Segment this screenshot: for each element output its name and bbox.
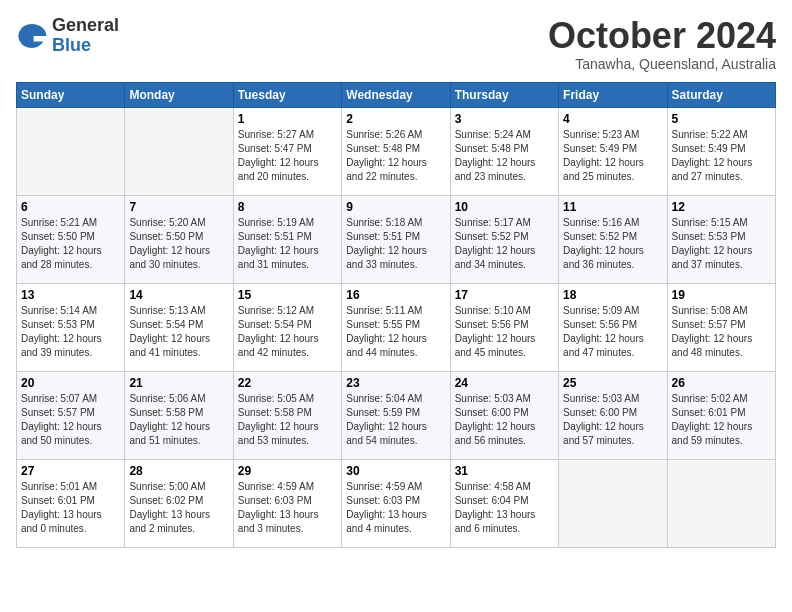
day-number: 5 bbox=[672, 112, 771, 126]
day-number: 31 bbox=[455, 464, 554, 478]
calendar-cell: 26Sunrise: 5:02 AMSunset: 6:01 PMDayligh… bbox=[667, 371, 775, 459]
day-number: 18 bbox=[563, 288, 662, 302]
day-info: Sunrise: 5:22 AMSunset: 5:49 PMDaylight:… bbox=[672, 128, 771, 184]
calendar-cell: 27Sunrise: 5:01 AMSunset: 6:01 PMDayligh… bbox=[17, 459, 125, 547]
day-info: Sunrise: 5:21 AMSunset: 5:50 PMDaylight:… bbox=[21, 216, 120, 272]
calendar-cell: 22Sunrise: 5:05 AMSunset: 5:58 PMDayligh… bbox=[233, 371, 341, 459]
day-number: 9 bbox=[346, 200, 445, 214]
calendar-cell: 6Sunrise: 5:21 AMSunset: 5:50 PMDaylight… bbox=[17, 195, 125, 283]
day-info: Sunrise: 5:27 AMSunset: 5:47 PMDaylight:… bbox=[238, 128, 337, 184]
calendar-week-row: 1Sunrise: 5:27 AMSunset: 5:47 PMDaylight… bbox=[17, 107, 776, 195]
day-number: 17 bbox=[455, 288, 554, 302]
calendar-cell bbox=[559, 459, 667, 547]
calendar-cell bbox=[17, 107, 125, 195]
day-info: Sunrise: 5:02 AMSunset: 6:01 PMDaylight:… bbox=[672, 392, 771, 448]
day-number: 13 bbox=[21, 288, 120, 302]
calendar-cell: 14Sunrise: 5:13 AMSunset: 5:54 PMDayligh… bbox=[125, 283, 233, 371]
calendar-cell: 28Sunrise: 5:00 AMSunset: 6:02 PMDayligh… bbox=[125, 459, 233, 547]
day-number: 14 bbox=[129, 288, 228, 302]
calendar-cell: 10Sunrise: 5:17 AMSunset: 5:52 PMDayligh… bbox=[450, 195, 558, 283]
weekday-header: Thursday bbox=[450, 82, 558, 107]
day-info: Sunrise: 5:01 AMSunset: 6:01 PMDaylight:… bbox=[21, 480, 120, 536]
day-number: 23 bbox=[346, 376, 445, 390]
calendar-cell: 29Sunrise: 4:59 AMSunset: 6:03 PMDayligh… bbox=[233, 459, 341, 547]
calendar-cell: 20Sunrise: 5:07 AMSunset: 5:57 PMDayligh… bbox=[17, 371, 125, 459]
calendar-cell: 12Sunrise: 5:15 AMSunset: 5:53 PMDayligh… bbox=[667, 195, 775, 283]
calendar-week-row: 27Sunrise: 5:01 AMSunset: 6:01 PMDayligh… bbox=[17, 459, 776, 547]
calendar-week-row: 20Sunrise: 5:07 AMSunset: 5:57 PMDayligh… bbox=[17, 371, 776, 459]
day-number: 4 bbox=[563, 112, 662, 126]
day-number: 10 bbox=[455, 200, 554, 214]
calendar-cell: 31Sunrise: 4:58 AMSunset: 6:04 PMDayligh… bbox=[450, 459, 558, 547]
calendar-cell bbox=[125, 107, 233, 195]
calendar-cell: 19Sunrise: 5:08 AMSunset: 5:57 PMDayligh… bbox=[667, 283, 775, 371]
day-info: Sunrise: 5:18 AMSunset: 5:51 PMDaylight:… bbox=[346, 216, 445, 272]
day-number: 25 bbox=[563, 376, 662, 390]
day-info: Sunrise: 5:03 AMSunset: 6:00 PMDaylight:… bbox=[455, 392, 554, 448]
day-info: Sunrise: 5:06 AMSunset: 5:58 PMDaylight:… bbox=[129, 392, 228, 448]
day-info: Sunrise: 4:59 AMSunset: 6:03 PMDaylight:… bbox=[238, 480, 337, 536]
calendar-week-row: 6Sunrise: 5:21 AMSunset: 5:50 PMDaylight… bbox=[17, 195, 776, 283]
logo: General Blue bbox=[16, 16, 119, 56]
calendar-table: SundayMondayTuesdayWednesdayThursdayFrid… bbox=[16, 82, 776, 548]
weekday-header-row: SundayMondayTuesdayWednesdayThursdayFrid… bbox=[17, 82, 776, 107]
day-info: Sunrise: 5:00 AMSunset: 6:02 PMDaylight:… bbox=[129, 480, 228, 536]
day-info: Sunrise: 5:23 AMSunset: 5:49 PMDaylight:… bbox=[563, 128, 662, 184]
day-info: Sunrise: 5:17 AMSunset: 5:52 PMDaylight:… bbox=[455, 216, 554, 272]
day-number: 16 bbox=[346, 288, 445, 302]
day-number: 8 bbox=[238, 200, 337, 214]
day-info: Sunrise: 4:59 AMSunset: 6:03 PMDaylight:… bbox=[346, 480, 445, 536]
calendar-cell: 1Sunrise: 5:27 AMSunset: 5:47 PMDaylight… bbox=[233, 107, 341, 195]
logo-icon bbox=[16, 20, 48, 52]
logo-text: General Blue bbox=[52, 16, 119, 56]
weekday-header: Sunday bbox=[17, 82, 125, 107]
day-info: Sunrise: 5:20 AMSunset: 5:50 PMDaylight:… bbox=[129, 216, 228, 272]
calendar-cell: 18Sunrise: 5:09 AMSunset: 5:56 PMDayligh… bbox=[559, 283, 667, 371]
calendar-cell: 30Sunrise: 4:59 AMSunset: 6:03 PMDayligh… bbox=[342, 459, 450, 547]
day-info: Sunrise: 5:15 AMSunset: 5:53 PMDaylight:… bbox=[672, 216, 771, 272]
calendar-cell: 25Sunrise: 5:03 AMSunset: 6:00 PMDayligh… bbox=[559, 371, 667, 459]
calendar-cell bbox=[667, 459, 775, 547]
day-number: 7 bbox=[129, 200, 228, 214]
calendar-cell: 9Sunrise: 5:18 AMSunset: 5:51 PMDaylight… bbox=[342, 195, 450, 283]
calendar-cell: 5Sunrise: 5:22 AMSunset: 5:49 PMDaylight… bbox=[667, 107, 775, 195]
calendar-cell: 4Sunrise: 5:23 AMSunset: 5:49 PMDaylight… bbox=[559, 107, 667, 195]
day-info: Sunrise: 5:03 AMSunset: 6:00 PMDaylight:… bbox=[563, 392, 662, 448]
day-number: 6 bbox=[21, 200, 120, 214]
day-number: 2 bbox=[346, 112, 445, 126]
calendar-cell: 24Sunrise: 5:03 AMSunset: 6:00 PMDayligh… bbox=[450, 371, 558, 459]
page-header: General Blue October 2024 Tanawha, Queen… bbox=[16, 16, 776, 72]
calendar-cell: 13Sunrise: 5:14 AMSunset: 5:53 PMDayligh… bbox=[17, 283, 125, 371]
day-number: 21 bbox=[129, 376, 228, 390]
day-number: 19 bbox=[672, 288, 771, 302]
calendar-cell: 3Sunrise: 5:24 AMSunset: 5:48 PMDaylight… bbox=[450, 107, 558, 195]
day-number: 26 bbox=[672, 376, 771, 390]
day-info: Sunrise: 5:19 AMSunset: 5:51 PMDaylight:… bbox=[238, 216, 337, 272]
calendar-cell: 17Sunrise: 5:10 AMSunset: 5:56 PMDayligh… bbox=[450, 283, 558, 371]
calendar-cell: 21Sunrise: 5:06 AMSunset: 5:58 PMDayligh… bbox=[125, 371, 233, 459]
day-info: Sunrise: 5:11 AMSunset: 5:55 PMDaylight:… bbox=[346, 304, 445, 360]
calendar-cell: 11Sunrise: 5:16 AMSunset: 5:52 PMDayligh… bbox=[559, 195, 667, 283]
weekday-header: Tuesday bbox=[233, 82, 341, 107]
day-info: Sunrise: 5:05 AMSunset: 5:58 PMDaylight:… bbox=[238, 392, 337, 448]
day-number: 24 bbox=[455, 376, 554, 390]
day-info: Sunrise: 5:24 AMSunset: 5:48 PMDaylight:… bbox=[455, 128, 554, 184]
day-info: Sunrise: 5:16 AMSunset: 5:52 PMDaylight:… bbox=[563, 216, 662, 272]
day-number: 22 bbox=[238, 376, 337, 390]
title-block: October 2024 Tanawha, Queensland, Austra… bbox=[548, 16, 776, 72]
weekday-header: Wednesday bbox=[342, 82, 450, 107]
day-info: Sunrise: 5:07 AMSunset: 5:57 PMDaylight:… bbox=[21, 392, 120, 448]
day-number: 12 bbox=[672, 200, 771, 214]
calendar-cell: 15Sunrise: 5:12 AMSunset: 5:54 PMDayligh… bbox=[233, 283, 341, 371]
calendar-cell: 7Sunrise: 5:20 AMSunset: 5:50 PMDaylight… bbox=[125, 195, 233, 283]
calendar-cell: 2Sunrise: 5:26 AMSunset: 5:48 PMDaylight… bbox=[342, 107, 450, 195]
day-info: Sunrise: 5:10 AMSunset: 5:56 PMDaylight:… bbox=[455, 304, 554, 360]
day-info: Sunrise: 5:26 AMSunset: 5:48 PMDaylight:… bbox=[346, 128, 445, 184]
day-info: Sunrise: 5:14 AMSunset: 5:53 PMDaylight:… bbox=[21, 304, 120, 360]
day-number: 11 bbox=[563, 200, 662, 214]
day-info: Sunrise: 5:08 AMSunset: 5:57 PMDaylight:… bbox=[672, 304, 771, 360]
weekday-header: Monday bbox=[125, 82, 233, 107]
calendar-cell: 8Sunrise: 5:19 AMSunset: 5:51 PMDaylight… bbox=[233, 195, 341, 283]
day-number: 27 bbox=[21, 464, 120, 478]
calendar-week-row: 13Sunrise: 5:14 AMSunset: 5:53 PMDayligh… bbox=[17, 283, 776, 371]
